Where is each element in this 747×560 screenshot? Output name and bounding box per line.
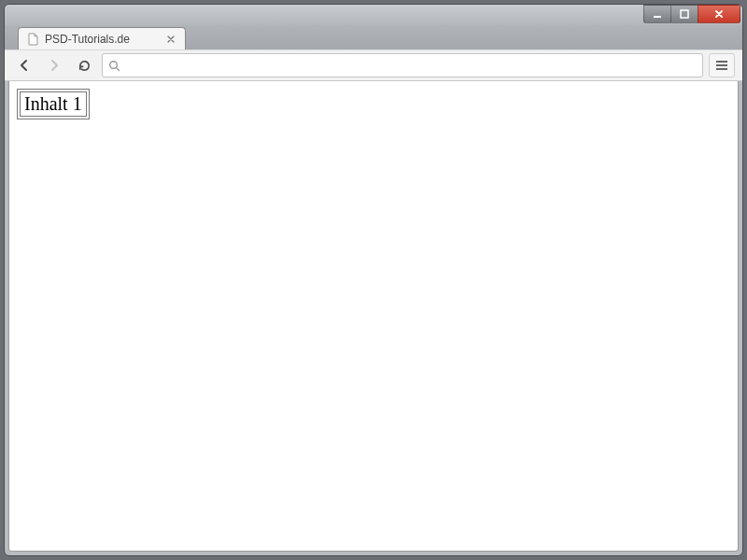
search-icon xyxy=(108,60,120,72)
svg-rect-1 xyxy=(681,10,688,18)
browser-tab[interactable]: PSD-Tutorials.de xyxy=(18,27,186,49)
content-text: Inhalt 1 xyxy=(20,91,87,117)
address-bar[interactable] xyxy=(102,53,703,77)
minimize-button[interactable] xyxy=(643,5,671,23)
url-input[interactable] xyxy=(126,59,697,73)
menu-button[interactable] xyxy=(709,53,735,77)
page-content: Inhalt 1 xyxy=(9,81,738,127)
svg-rect-0 xyxy=(654,16,661,18)
maximize-button[interactable] xyxy=(670,5,698,23)
tab-close-icon[interactable] xyxy=(164,33,177,46)
close-button[interactable] xyxy=(698,5,740,23)
reload-button[interactable] xyxy=(72,53,96,77)
svg-rect-5 xyxy=(716,68,727,70)
tab-strip: PSD-Tutorials.de xyxy=(5,25,742,49)
back-button[interactable] xyxy=(12,53,36,77)
browser-window: PSD-Tutorials.de Inhalt 1 xyxy=(4,4,743,556)
file-icon xyxy=(26,33,39,46)
page-viewport[interactable]: Inhalt 1 xyxy=(8,81,739,552)
svg-rect-4 xyxy=(716,64,727,66)
svg-rect-3 xyxy=(716,61,727,63)
content-box-outer: Inhalt 1 xyxy=(17,89,90,119)
tab-title: PSD-Tutorials.de xyxy=(45,33,159,46)
forward-button[interactable] xyxy=(42,53,66,77)
browser-toolbar xyxy=(5,49,742,81)
window-controls xyxy=(644,5,740,23)
